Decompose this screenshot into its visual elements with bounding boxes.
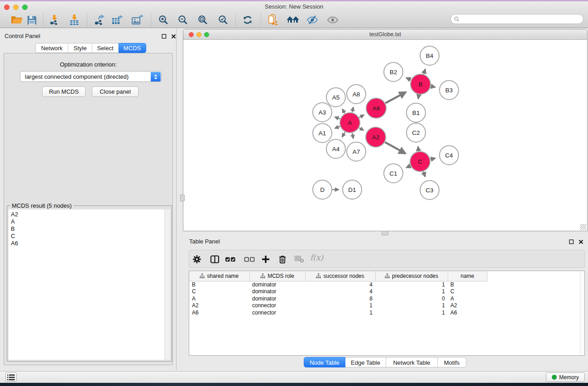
graph-node-C1[interactable]: C1 (384, 164, 403, 183)
table-cell[interactable]: 1 (375, 288, 448, 295)
graph-edge-A-A7[interactable] (352, 133, 354, 138)
mcds-result-item[interactable]: B (11, 225, 164, 233)
graph-node-C[interactable]: C (410, 152, 430, 172)
graph-node-B2[interactable]: B2 (384, 62, 403, 81)
graph-node-B4[interactable]: B4 (420, 46, 439, 65)
graph-edge-A2-C[interactable] (385, 142, 406, 153)
graph-edge-A-A3[interactable] (335, 117, 340, 119)
table-cell[interactable]: 8 (305, 295, 375, 302)
export-image-button[interactable] (129, 13, 145, 27)
search-box[interactable] (450, 14, 583, 24)
graph-edge-A6-B[interactable] (386, 92, 406, 103)
table-cell[interactable]: 1 (375, 309, 448, 316)
graph-edge-A-A1[interactable] (335, 126, 340, 128)
graph-node-A5[interactable]: A5 (326, 88, 345, 107)
table-cell[interactable]: A (448, 295, 487, 302)
graph-edge-B-B3[interactable] (431, 86, 435, 87)
delete-column-button[interactable] (278, 255, 287, 264)
column-header-successor-nodes[interactable]: successor nodes (305, 271, 375, 281)
table-cell[interactable]: A6 (189, 309, 249, 316)
table-cell[interactable]: 1 (375, 302, 448, 310)
graph-node-C4[interactable]: C4 (440, 146, 459, 165)
vertical-split-handle[interactable] (180, 195, 185, 201)
horizontal-split-handle[interactable] (382, 231, 388, 235)
graph-node-A2[interactable]: A2 (366, 127, 386, 147)
graph-edge-B-B2[interactable] (406, 78, 411, 80)
table-scrollbar[interactable] (580, 271, 584, 355)
save-session-button[interactable] (24, 13, 39, 27)
table-cell[interactable]: 1 (305, 302, 375, 310)
float-panel-icon[interactable] (161, 33, 167, 39)
column-header-shared-name[interactable]: shared name (189, 271, 249, 281)
table-cell[interactable]: A2 (189, 302, 249, 310)
float-table-panel-icon[interactable] (569, 239, 574, 245)
graph-node-A[interactable]: A (340, 113, 360, 133)
zoom-out-button[interactable] (175, 13, 191, 27)
graph-node-B[interactable]: B (411, 74, 430, 94)
import-table-button[interactable] (67, 13, 82, 27)
tab-edge-table[interactable]: Edge Table (345, 357, 386, 367)
export-network-button[interactable] (92, 13, 107, 27)
hide-selected-button[interactable] (305, 13, 320, 27)
home-button[interactable] (285, 13, 301, 27)
tab-select[interactable]: Select (92, 43, 119, 53)
close-panel-button[interactable]: Close panel (92, 86, 139, 97)
mcds-result-item[interactable]: A6 (11, 240, 164, 247)
graph-node-B1[interactable]: B1 (406, 103, 425, 122)
graph-node-A7[interactable]: A7 (347, 142, 366, 161)
table-cell[interactable]: dominator (249, 288, 305, 295)
graph-node-D[interactable]: D (313, 180, 332, 199)
result-scrollbar[interactable] (164, 210, 170, 360)
network-window-titlebar[interactable]: testGlobe.txt (183, 29, 587, 40)
show-panels-button[interactable] (5, 372, 17, 382)
graph-node-A3[interactable]: A3 (313, 103, 332, 122)
graph-edge-A-A8[interactable] (352, 107, 354, 112)
tab-node-table[interactable]: Node Table (304, 357, 345, 367)
open-session-button[interactable] (9, 13, 24, 27)
export-table-button[interactable] (110, 13, 125, 27)
graph-node-D1[interactable]: D1 (343, 180, 362, 199)
close-table-panel-icon[interactable] (578, 239, 584, 245)
zoom-selected-button[interactable] (215, 13, 231, 27)
graph-edge-B-B1[interactable] (418, 95, 419, 99)
column-header-predecessor-nodes[interactable]: predecessor nodes (375, 271, 448, 281)
graph-node-A1[interactable]: A1 (313, 124, 332, 143)
graph-edge-C-C3[interactable] (423, 172, 425, 176)
zoom-in-button[interactable] (156, 13, 171, 27)
resize-grip[interactable] (580, 224, 586, 230)
table-cell[interactable]: 0 (375, 295, 448, 302)
table-cell[interactable]: 4 (305, 281, 375, 288)
graph-node-A6[interactable]: A6 (366, 98, 386, 118)
gear-button[interactable] (192, 255, 201, 264)
graph-edge-A-A4[interactable] (342, 132, 345, 137)
memory-button[interactable]: Memory (546, 372, 585, 382)
mcds-result-list[interactable]: A2ABCA6 (9, 210, 170, 360)
mcds-result-item[interactable]: C (11, 233, 164, 240)
table-cell[interactable]: C (448, 288, 487, 295)
mcds-result-item[interactable]: A2 (11, 211, 164, 218)
table-cell[interactable]: A (189, 295, 249, 302)
graph-edge-B-B4[interactable] (424, 69, 425, 74)
table-cell[interactable]: B (189, 281, 249, 288)
mcds-result-item[interactable]: A (11, 218, 164, 225)
table-cell[interactable]: 4 (305, 288, 375, 295)
table-cell[interactable]: dominator (249, 295, 305, 302)
graph-edge-A-A5[interactable] (342, 109, 344, 114)
table-cell[interactable]: connector (249, 302, 305, 310)
table-cell[interactable]: 1 (305, 309, 375, 316)
network-file-button[interactable] (265, 13, 281, 27)
show-all-button[interactable] (325, 13, 340, 27)
table-cell[interactable]: B (448, 281, 487, 288)
run-mcds-button[interactable]: Run MCDS (42, 86, 86, 97)
tab-network[interactable]: Network (35, 43, 68, 53)
tab-motifs[interactable]: Motifs (438, 357, 466, 367)
tab-mcds[interactable]: MCDS (119, 43, 146, 53)
table-cell[interactable]: 1 (375, 281, 448, 288)
table-cell[interactable]: A6 (448, 309, 487, 316)
add-column-button[interactable] (261, 255, 270, 264)
column-header-name[interactable]: name (448, 271, 487, 281)
criterion-dropdown[interactable]: largest connected component (directed) (20, 71, 162, 82)
graph-edge-C-C2[interactable] (418, 147, 418, 151)
graph-edge-A-A6[interactable] (359, 115, 364, 118)
tab-style[interactable]: Style (68, 43, 92, 53)
